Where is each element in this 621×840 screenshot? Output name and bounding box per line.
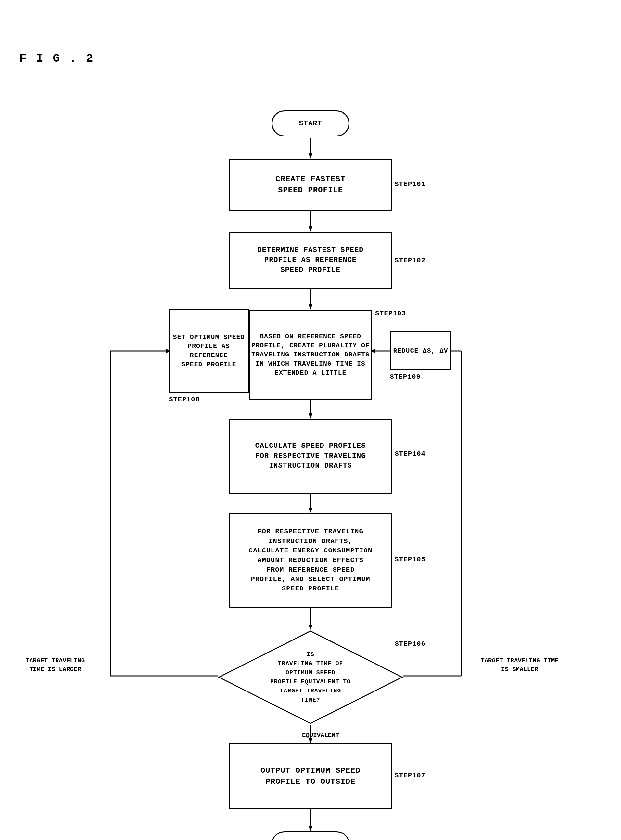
svg-marker-9 <box>309 508 312 513</box>
step104-box: CALCULATE SPEED PROFILES FOR RESPECTIVE … <box>229 418 392 494</box>
step109-box: REDUCE ΔS, ΔV <box>390 332 451 370</box>
step106-diamond: IS TRAVELING TIME OF OPTIMUM SPEED PROFI… <box>218 630 403 725</box>
svg-marker-3 <box>309 226 312 232</box>
step103-step: STEP103 <box>375 310 406 317</box>
step108-box: SET OPTIMUM SPEED PROFILE AS REFERENCE S… <box>169 309 249 393</box>
label-smaller: TARGET TRAVELING TIME IS SMALLER <box>477 657 562 674</box>
figure-title: F I G . 2 <box>20 52 94 65</box>
svg-marker-7 <box>309 413 312 418</box>
svg-marker-11 <box>309 625 312 630</box>
svg-text:EQUIVALENT: EQUIVALENT <box>302 732 339 739</box>
step105-label: FOR RESPECTIVE TRAVELING INSTRUCTION DRA… <box>249 527 373 594</box>
step107-step: STEP107 <box>395 772 426 779</box>
svg-marker-5 <box>309 305 312 310</box>
step101-box: CREATE FASTEST SPEED PROFILE <box>229 159 392 211</box>
step109-label: REDUCE ΔS, ΔV <box>393 346 448 355</box>
step106-label: IS TRAVELING TIME OF OPTIMUM SPEED PROFI… <box>245 650 376 705</box>
step103-label: BASED ON REFERENCE SPEED PROFILE, CREATE… <box>251 332 370 378</box>
step104-step: STEP104 <box>395 450 426 458</box>
step107-box: OUTPUT OPTIMUM SPEED PROFILE TO OUTSIDE <box>229 743 392 809</box>
step108-label: SET OPTIMUM SPEED PROFILE AS REFERENCE S… <box>170 333 248 369</box>
step103-box: BASED ON REFERENCE SPEED PROFILE, CREATE… <box>249 310 372 400</box>
step104-label: CALCULATE SPEED PROFILES FOR RESPECTIVE … <box>255 441 366 471</box>
step106-step: STEP106 <box>395 640 426 647</box>
step102-step: STEP102 <box>395 257 426 264</box>
step107-label: OUTPUT OPTIMUM SPEED PROFILE TO OUTSIDE <box>261 765 360 787</box>
svg-marker-1 <box>309 153 312 159</box>
step102-box: DETERMINE FASTEST SPEED PROFILE AS REFER… <box>229 232 392 289</box>
step101-label: CREATE FASTEST SPEED PROFILE <box>276 174 345 196</box>
step105-step: STEP105 <box>395 556 426 563</box>
step109-step: STEP109 <box>390 373 421 381</box>
step108-step: STEP108 <box>169 396 200 403</box>
svg-marker-14 <box>309 738 312 743</box>
label-larger: TARGET TRAVELING TIME IS LARGER <box>20 657 91 674</box>
svg-marker-16 <box>309 826 312 831</box>
step101-step: STEP101 <box>395 180 426 188</box>
step105-box: FOR RESPECTIVE TRAVELING INSTRUCTION DRA… <box>229 513 392 608</box>
step102-label: DETERMINE FASTEST SPEED PROFILE AS REFER… <box>257 245 364 275</box>
start-node: START <box>271 111 350 136</box>
end-node: END <box>271 831 350 840</box>
